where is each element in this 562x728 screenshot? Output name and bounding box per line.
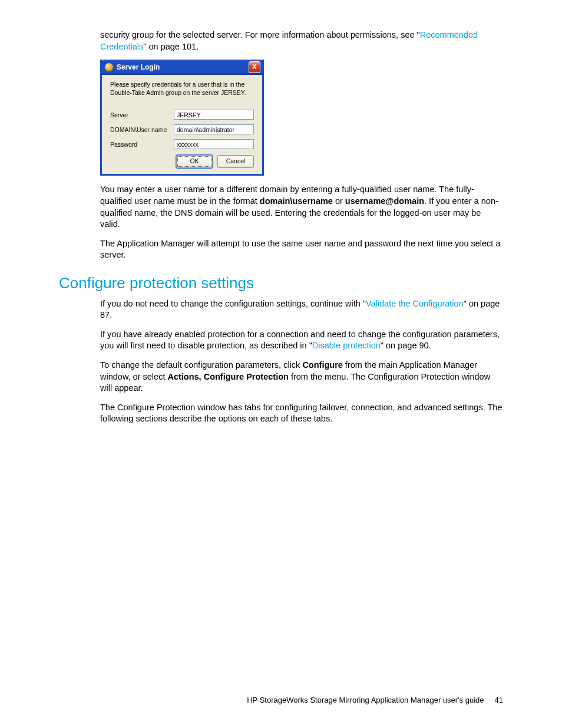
bold-domain-username: domain\username — [260, 196, 333, 206]
para-app-manager-reuse: The Application Manager will attempt to … — [100, 238, 503, 261]
label-username: DOMAIN\User name — [110, 126, 174, 133]
footer-title: HP StorageWorks Storage Mirroring Applic… — [247, 696, 484, 704]
dialog-body: Please specify credentials for a user th… — [102, 75, 262, 174]
page-footer: HP StorageWorks Storage Mirroring Applic… — [247, 696, 503, 704]
label-password: Password — [110, 141, 174, 148]
para-disable-protection: If you have already enabled protection f… — [100, 329, 503, 352]
dialog-title: Server Login — [117, 63, 160, 71]
text-fragment: " on page 101. — [143, 42, 199, 51]
link-disable-protection[interactable]: Disable protection — [312, 341, 381, 350]
app-icon — [105, 63, 113, 71]
heading-configure-protection: Configure protection settings — [59, 274, 503, 292]
row-username: DOMAIN\User name domain\administrator — [110, 124, 254, 134]
dialog-button-row: OK Cancel — [110, 155, 254, 168]
text-fragment: If you have already enabled protection f… — [100, 330, 500, 351]
server-login-dialog: Server Login X Please specify credential… — [100, 60, 264, 176]
text-fragment: or — [333, 196, 345, 206]
text-fragment: To change the default configuration para… — [100, 360, 302, 370]
text-fragment: security group for the selected server. … — [100, 30, 420, 39]
bold-actions-configure: Actions, Configure Protection — [167, 372, 288, 381]
para-username-format: You may enter a user name for a differen… — [100, 184, 503, 230]
close-icon: X — [252, 63, 256, 70]
text-fragment: If you do not need to change the configu… — [100, 299, 366, 308]
para-change-defaults: To change the default configuration para… — [100, 360, 503, 394]
dialog-message: Please specify credentials for a user th… — [110, 81, 254, 97]
close-button[interactable]: X — [249, 61, 260, 73]
text-fragment: " on page 90. — [381, 341, 431, 350]
cancel-button[interactable]: Cancel — [217, 155, 254, 168]
dialog-title-bar: Server Login X — [101, 60, 263, 75]
para-tabs-description: The Configure Protection window has tabs… — [100, 402, 503, 425]
server-field[interactable]: JERSEY — [174, 110, 254, 120]
para-permissions: security group for the selected server. … — [100, 29, 503, 52]
para-validate: If you do not need to change the configu… — [100, 298, 503, 321]
row-password: Password xxxxxxx — [110, 139, 254, 149]
bold-username-at-domain: username@domain — [345, 196, 424, 206]
page-number: 41 — [495, 696, 503, 704]
link-validate-configuration[interactable]: Validate the Configuration — [366, 299, 464, 308]
ok-button[interactable]: OK — [176, 155, 213, 168]
bold-configure: Configure — [302, 360, 342, 370]
username-field[interactable]: domain\administrator — [174, 124, 254, 134]
label-server: Server — [110, 111, 174, 118]
row-server: Server JERSEY — [110, 110, 254, 120]
password-field[interactable]: xxxxxxx — [174, 139, 254, 149]
